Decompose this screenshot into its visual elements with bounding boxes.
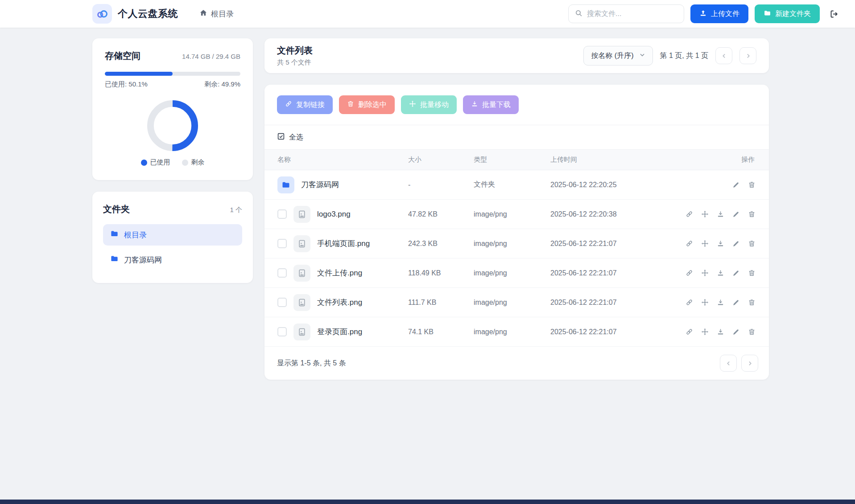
file-row[interactable]: 文件上传.png118.49 KBimage/png2025-06-12 22:… (264, 258, 769, 288)
row-checkbox[interactable] (277, 327, 287, 336)
legend-used: 已使用 (141, 158, 170, 167)
file-name[interactable]: 手机端页面.png (317, 238, 370, 249)
pencil-icon[interactable] (732, 269, 740, 277)
file-size: 118.49 KB (408, 269, 474, 277)
file-row[interactable]: 刀客源码网-文件夹2025-06-12 22:20:25 (264, 170, 769, 200)
download-icon[interactable] (717, 269, 724, 277)
pencil-icon[interactable] (732, 328, 740, 336)
file-name[interactable]: 刀客源码网 (301, 180, 339, 190)
image-file-icon (293, 235, 310, 252)
footer-prev-page-button[interactable] (720, 355, 737, 372)
row-checkbox[interactable] (277, 239, 287, 248)
batch-link-button[interactable]: 复制链接 (277, 95, 333, 114)
row-checkbox[interactable] (277, 268, 287, 278)
file-name[interactable]: 文件上传.png (317, 268, 362, 278)
move-icon[interactable] (701, 210, 709, 218)
file-size: - (408, 181, 474, 189)
search-icon (575, 9, 582, 19)
trash-icon[interactable] (748, 299, 756, 306)
row-actions (680, 269, 769, 277)
row-checkbox[interactable] (277, 298, 287, 307)
storage-usage-text: 14.74 GB / 29.4 GB (182, 53, 240, 60)
file-row[interactable]: 手机端页面.png242.3 KBimage/png2025-06-12 22:… (264, 229, 769, 258)
trash-icon[interactable] (748, 181, 756, 188)
link-icon[interactable] (686, 240, 693, 247)
move-icon[interactable] (701, 328, 709, 336)
link-icon[interactable] (686, 328, 693, 336)
trash-icon (347, 100, 354, 109)
file-time: 2025-06-12 22:20:38 (550, 210, 680, 218)
batch-actions-bar: 复制链接删除选中批量移动批量下载 (264, 85, 769, 125)
upload-file-button[interactable]: 上传文件 (690, 4, 748, 23)
folder-icon (277, 176, 294, 193)
file-size: 111.7 KB (408, 299, 474, 307)
row-checkbox[interactable] (277, 209, 287, 219)
move-icon[interactable] (701, 240, 709, 247)
storage-used-label: 已使用: 50.1% (105, 80, 148, 89)
file-type: image/png (474, 299, 550, 307)
pencil-icon[interactable] (732, 181, 740, 188)
check-square-icon (277, 132, 285, 142)
legend-free-dot (182, 160, 188, 166)
file-name[interactable]: logo3.png (317, 210, 351, 219)
file-table-body: 刀客源码网-文件夹2025-06-12 22:20:25logo3.png47.… (264, 170, 769, 347)
file-size: 47.82 KB (408, 210, 474, 218)
trash-icon[interactable] (748, 269, 756, 277)
pencil-icon[interactable] (732, 210, 740, 218)
column-header: 类型 (474, 156, 550, 164)
select-all-row[interactable]: 全选 (264, 125, 769, 150)
file-name[interactable]: 登录页面.png (317, 327, 362, 337)
footer-next-page-button[interactable] (741, 355, 758, 372)
sidebar-folder-item[interactable]: 刀客源码网 (103, 249, 242, 270)
file-time: 2025-06-12 22:21:07 (550, 269, 680, 277)
file-size: 242.3 KB (408, 240, 474, 248)
download-icon[interactable] (717, 328, 724, 336)
storage-progress-fill (105, 72, 173, 76)
file-type: image/png (474, 328, 550, 336)
sort-select[interactable]: 按名称 (升序) (583, 46, 653, 66)
trash-icon[interactable] (748, 240, 756, 247)
folder-icon (110, 229, 119, 240)
storage-progress-track (105, 72, 240, 76)
legend-used-dot (141, 160, 147, 166)
file-row[interactable]: 登录页面.png74.1 KBimage/png2025-06-12 22:21… (264, 317, 769, 347)
storage-free-label: 剩余: 49.9% (204, 80, 240, 89)
sidebar-folder-item[interactable]: 根目录 (103, 224, 242, 246)
search-input[interactable] (587, 10, 677, 18)
new-folder-button[interactable]: 新建文件夹 (755, 4, 820, 23)
link-icon[interactable] (686, 269, 693, 277)
file-type: 文件夹 (474, 180, 550, 189)
download-icon[interactable] (717, 299, 724, 306)
batch-trash-button[interactable]: 删除选中 (339, 95, 395, 114)
file-row[interactable]: logo3.png47.82 KBimage/png2025-06-12 22:… (264, 200, 769, 229)
trash-icon[interactable] (748, 328, 756, 336)
sidebar: 存储空间 14.74 GB / 29.4 GB 已使用: 50.1% 剩余: 4… (92, 38, 253, 380)
file-name[interactable]: 文件列表.png (317, 297, 362, 307)
batch-move-button[interactable]: 批量移动 (401, 95, 457, 114)
row-actions (680, 299, 769, 306)
move-icon[interactable] (701, 299, 709, 306)
file-list-card: 复制链接删除选中批量移动批量下载 全选 名称大小类型上传时间操作 刀客源码网-文… (264, 85, 769, 380)
link-icon[interactable] (686, 210, 693, 218)
logout-icon[interactable] (830, 9, 839, 19)
prev-page-button[interactable] (715, 47, 732, 64)
folder-icon (110, 254, 119, 265)
pencil-icon[interactable] (732, 240, 740, 247)
breadcrumb[interactable]: 根目录 (199, 9, 234, 19)
batch-button-label: 批量移动 (420, 100, 449, 110)
main-column: 文件列表 共 5 个文件 按名称 (升序) 第 1 页, 共 1 页 (264, 38, 769, 380)
link-icon[interactable] (686, 299, 693, 306)
download-icon[interactable] (717, 210, 724, 218)
batch-download-button[interactable]: 批量下载 (463, 95, 519, 114)
column-header: 名称 (264, 156, 408, 164)
file-row[interactable]: 文件列表.png111.7 KBimage/png2025-06-12 22:2… (264, 288, 769, 317)
download-icon[interactable] (717, 240, 724, 247)
trash-icon[interactable] (748, 210, 756, 218)
next-page-button[interactable] (739, 47, 756, 64)
move-icon[interactable] (701, 269, 709, 277)
list-footer: 显示第 1-5 条, 共 5 条 (264, 347, 769, 380)
pencil-icon[interactable] (732, 299, 740, 306)
file-time: 2025-06-12 22:21:07 (550, 328, 680, 336)
file-type: image/png (474, 210, 550, 218)
navbar: 个人云盘系统 根目录 上传文件 新建文件夹 (0, 0, 855, 28)
